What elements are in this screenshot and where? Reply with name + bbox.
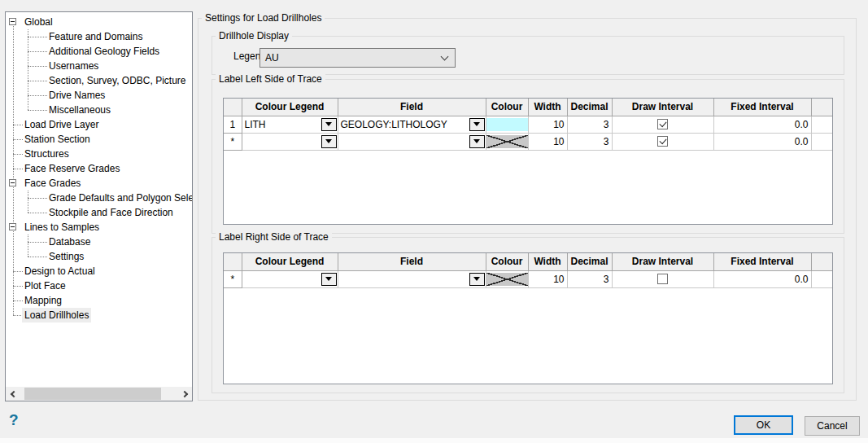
tree-item-mapping[interactable]: Mapping	[6, 293, 192, 308]
help-button[interactable]: ?	[9, 411, 19, 429]
tree-item-grade-defaults-and-polygon-selection[interactable]: Grade Defaults and Polygon Selec	[6, 191, 192, 205]
cell-width[interactable]: 10	[528, 116, 567, 133]
cell-colour[interactable]	[486, 133, 528, 150]
cell-colour-legend[interactable]	[242, 133, 338, 150]
scrollbar-thumb[interactable]	[24, 388, 161, 400]
cell-colour[interactable]	[486, 270, 528, 287]
tree-item-label: Load Drive Layer	[24, 117, 98, 132]
column-header-width[interactable]: Width	[528, 253, 567, 270]
scroll-left-button[interactable]	[6, 387, 20, 401]
draw-interval-checkbox[interactable]	[657, 136, 668, 147]
tree-item-station-section[interactable]: Station Section	[6, 132, 192, 147]
cell-fixed-interval[interactable]: 0.0	[713, 116, 811, 133]
row-header-cell[interactable]: 1	[224, 116, 242, 133]
tree-item-settings[interactable]: Settings	[6, 249, 192, 264]
tree-item-stockpile-and-face-direction[interactable]: Stockpile and Face Direction	[6, 205, 192, 220]
cancel-button[interactable]: Cancel	[805, 416, 860, 436]
cell-empty	[811, 133, 832, 150]
dropdown-button[interactable]	[321, 118, 337, 131]
tree-item-plot-face[interactable]: Plot Face	[6, 279, 192, 293]
cell-width[interactable]: 10	[528, 133, 567, 150]
column-header-draw-interval[interactable]: Draw Interval	[612, 253, 713, 270]
dropdown-button[interactable]	[321, 273, 337, 286]
tree-item-load-drive-layer[interactable]: Load Drive Layer	[6, 117, 192, 132]
collapse-icon[interactable]	[9, 223, 16, 230]
row-header-cell[interactable]: *	[224, 133, 242, 150]
tree-item-label: Design to Actual	[24, 264, 95, 279]
tree-item-usernames[interactable]: Usernames	[6, 59, 192, 73]
tree-item-design-to-actual[interactable]: Design to Actual	[6, 264, 192, 279]
tree-connector-line	[28, 191, 28, 213]
tree-item-lines-to-samples[interactable]: Lines to Samples	[6, 220, 192, 235]
tree-item-face-grades[interactable]: Face Grades	[6, 176, 192, 191]
tree-item-label: Stockpile and Face Direction	[49, 205, 173, 220]
column-header-decimal[interactable]: Decimal	[567, 99, 612, 116]
column-header-fixed-interval[interactable]: Fixed Interval	[713, 253, 811, 270]
cell-colour-legend[interactable]: LITH	[242, 116, 338, 133]
column-header-fixed-interval[interactable]: Fixed Interval	[713, 99, 811, 116]
tree-item-feature-and-domains[interactable]: Feature and Domains	[6, 29, 192, 44]
colour-swatch[interactable]	[486, 118, 528, 131]
cell-draw-interval[interactable]	[612, 133, 713, 150]
draw-interval-checkbox[interactable]	[657, 274, 668, 284]
cell-fixed-interval[interactable]: 0.0	[713, 133, 811, 150]
column-header-colour[interactable]: Colour	[486, 253, 528, 270]
tree-item-additional-geology-fields[interactable]: Additional Geology Fields	[6, 44, 192, 59]
legend-combobox[interactable]: AU	[260, 48, 456, 68]
column-header-field[interactable]: Field	[338, 253, 486, 270]
cell-fixed-interval[interactable]: 0.0	[713, 270, 811, 287]
cell-draw-interval[interactable]	[612, 270, 713, 287]
tree-branch-dash	[13, 169, 23, 169]
no-colour-swatch[interactable]	[486, 273, 528, 286]
cell-field[interactable]	[338, 270, 486, 287]
dropdown-button[interactable]	[321, 135, 337, 148]
column-header-colour[interactable]: Colour	[486, 99, 528, 116]
group-title: Label Right Side of Trace	[216, 231, 332, 243]
cell-decimal[interactable]: 3	[567, 133, 612, 150]
scroll-right-button[interactable]	[178, 387, 192, 401]
cell-width[interactable]: 10	[528, 270, 567, 287]
row-header-cell[interactable]: *	[224, 270, 242, 287]
grid-row: 1 LITH GEOLOGY:LITHOLOGY	[224, 116, 832, 133]
tree-item-load-drillholes[interactable]: Load Drillholes	[6, 308, 192, 322]
tree-item-face-reserve-grades[interactable]: Face Reserve Grades	[6, 161, 192, 176]
tree-item-drive-names[interactable]: Drive Names	[6, 88, 192, 103]
cell-colour[interactable]	[486, 116, 528, 133]
tree-item-structures[interactable]: Structures	[6, 147, 192, 161]
column-header-width[interactable]: Width	[528, 99, 567, 116]
dropdown-button[interactable]	[469, 118, 485, 131]
no-colour-swatch[interactable]	[486, 135, 528, 148]
cell-decimal[interactable]: 3	[567, 270, 612, 287]
tree-item-label: Drive Names	[49, 88, 105, 103]
column-header-colour-legend[interactable]: Colour Legend	[242, 99, 338, 116]
cell-decimal[interactable]: 3	[567, 116, 612, 133]
collapse-icon[interactable]	[9, 18, 16, 25]
grid-header-row: Colour Legend Field Colour Width Decimal…	[224, 99, 832, 116]
ok-button[interactable]: OK	[734, 415, 793, 435]
tree-item-miscellaneous[interactable]: Miscellaneous	[6, 103, 192, 117]
cell-colour-legend[interactable]	[242, 270, 338, 287]
cell-draw-interval[interactable]	[612, 116, 713, 133]
column-header-decimal[interactable]: Decimal	[567, 253, 612, 270]
grid-new-row: *	[224, 270, 832, 287]
tree-item-global[interactable]: Global	[6, 15, 192, 29]
scrollbar-track[interactable]	[20, 387, 178, 401]
cell-field[interactable]	[338, 133, 486, 150]
tree-branch-dash	[13, 154, 23, 155]
column-header-draw-interval[interactable]: Draw Interval	[612, 99, 713, 116]
tree-item-label: Section, Survey, ODBC, Picture	[49, 73, 186, 88]
dropdown-button[interactable]	[469, 273, 485, 286]
tree-horizontal-scrollbar[interactable]	[6, 387, 192, 401]
cell-empty	[811, 116, 832, 133]
tree-item-section-survey-odbc-picture[interactable]: Section, Survey, ODBC, Picture	[6, 73, 192, 88]
collapse-icon[interactable]	[9, 179, 16, 186]
row-header-corner	[224, 99, 242, 116]
column-header-colour-legend[interactable]: Colour Legend	[242, 253, 338, 270]
cell-value: LITH	[245, 119, 266, 130]
tree-item-label: Miscellaneous	[49, 103, 111, 117]
draw-interval-checkbox[interactable]	[657, 119, 668, 129]
tree-item-database[interactable]: Database	[6, 235, 192, 249]
column-header-field[interactable]: Field	[338, 99, 486, 116]
dropdown-button[interactable]	[469, 135, 485, 148]
cell-field[interactable]: GEOLOGY:LITHOLOGY	[338, 116, 486, 133]
